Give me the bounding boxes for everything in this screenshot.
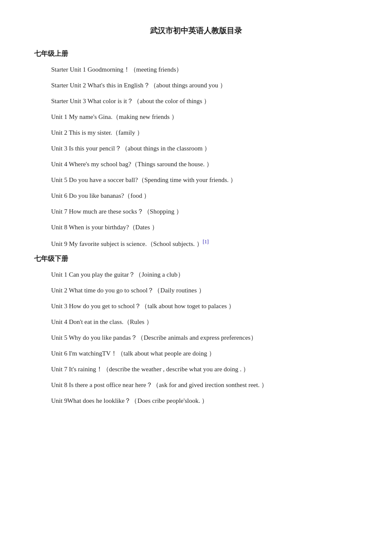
unit-text: Unit 3 How do you get to school？（talk ab…: [51, 303, 235, 309]
list-item: Unit 1 My name's Gina.（making new friend…: [51, 112, 358, 122]
unit-text: Unit 4 Don't eat in the class.（Rules ）: [51, 318, 153, 325]
list-item: Unit 8 When is your birthday?（Dates ）: [51, 222, 358, 232]
section-title-grade7-vol1: 七年级上册: [34, 49, 358, 58]
list-item: Unit 4 Don't eat in the class.（Rules ）: [51, 317, 358, 327]
section-grade7-vol2: 七年级下册Unit 1 Can you play the guitar？（Joi…: [34, 254, 358, 406]
unit-list-grade7-vol2: Unit 1 Can you play the guitar？（Joining …: [34, 269, 358, 406]
list-item: Unit 6 I'm watchingTV！（talk about what p…: [51, 348, 358, 358]
list-item: Starter Unit 2 What's this in English？（a…: [51, 80, 358, 90]
list-item: Unit 5 Do you have a soccer ball?（Spendi…: [51, 175, 358, 185]
unit-text: Unit 1 My name's Gina.（making new friend…: [51, 113, 178, 120]
unit-text: Starter Unit 1 Goodmorning！（meeting frie…: [51, 66, 182, 73]
list-item: Unit 7 How much are these socks？（Shoppin…: [51, 206, 358, 217]
list-item: Unit 9 My favorite subject is science.（S…: [51, 238, 358, 249]
section-grade7-vol1: 七年级上册Starter Unit 1 Goodmorning！（meeting…: [34, 49, 358, 249]
list-item: Unit 7 It's raining！（describe the weathe…: [51, 364, 358, 374]
unit-text: Starter Unit 2 What's this in English？（a…: [51, 82, 226, 89]
unit-text: Unit 7 It's raining！（describe the weathe…: [51, 366, 249, 373]
unit-text: Starter Unit 3 What color is it？（about t…: [51, 98, 210, 104]
list-item: Unit 4 Where's my school bag?（Things sar…: [51, 159, 358, 169]
unit-text: Unit 5 Do you have a soccer ball?（Spendi…: [51, 176, 236, 183]
page-title: 武汉市初中英语人教版目录: [34, 26, 358, 36]
unit-text: Unit 2 This is my sister.（family ）: [51, 129, 143, 136]
unit-text: Unit 5 Why do you like pandas？（Describe …: [51, 334, 257, 341]
list-item: Unit 1 Can you play the guitar？（Joining …: [51, 269, 358, 280]
unit-text: Unit 1 Can you play the guitar？（Joining …: [51, 271, 184, 278]
footnote-ref[interactable]: [1]: [203, 239, 209, 245]
list-item: Unit 5 Why do you like pandas？（Describe …: [51, 332, 358, 343]
list-item: Unit 2 What time do you go to school？（Da…: [51, 285, 358, 295]
section-title-grade7-vol2: 七年级下册: [34, 254, 358, 263]
list-item: Unit 8 Is there a post office near here？…: [51, 380, 358, 390]
unit-text: Unit 8 Is there a post office near here？…: [51, 382, 268, 388]
list-item: Starter Unit 3 What color is it？（about t…: [51, 96, 358, 106]
unit-text: Unit 8 When is your birthday?（Dates ）: [51, 224, 158, 231]
unit-text: Unit 3 Is this your pencil？（about things…: [51, 145, 210, 152]
unit-text: Unit 9 My favorite subject is science.（S…: [51, 240, 203, 247]
unit-text: Unit 2 What time do you go to school？（Da…: [51, 287, 205, 294]
list-item: Unit 3 Is this your pencil？（about things…: [51, 143, 358, 153]
list-item: Unit 6 Do you like bananas?（food ）: [51, 191, 358, 201]
unit-text: Unit 6 I'm watchingTV！（talk about what p…: [51, 350, 215, 357]
unit-list-grade7-vol1: Starter Unit 1 Goodmorning！（meeting frie…: [34, 64, 358, 249]
unit-text: Unit 4 Where's my school bag?（Things sar…: [51, 161, 213, 168]
unit-text: Unit 9What does he looklike？（Does cribe …: [51, 397, 208, 404]
unit-text: Unit 6 Do you like bananas?（food ）: [51, 192, 150, 199]
unit-text: Unit 7 How much are these socks？（Shoppin…: [51, 208, 182, 215]
list-item: Starter Unit 1 Goodmorning！（meeting frie…: [51, 64, 358, 75]
list-item: Unit 2 This is my sister.（family ）: [51, 127, 358, 138]
list-item: Unit 9What does he looklike？（Does cribe …: [51, 396, 358, 406]
list-item: Unit 3 How do you get to school？（talk ab…: [51, 301, 358, 311]
